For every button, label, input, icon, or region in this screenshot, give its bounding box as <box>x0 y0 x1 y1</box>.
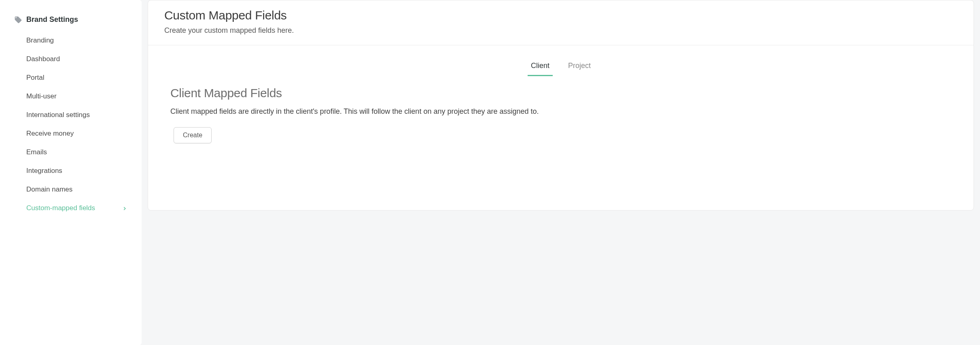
sidebar-item-portal[interactable]: Portal <box>0 68 142 87</box>
tab-client[interactable]: Client <box>528 62 553 76</box>
sidebar-item-label: Custom-mapped fields <box>26 204 95 212</box>
sidebar-item-multi-user[interactable]: Multi-user <box>0 87 142 106</box>
sidebar-item-custom-mapped-fields[interactable]: Custom-mapped fields <box>0 199 142 217</box>
tabs: Client Project <box>148 45 974 76</box>
page-title: Custom Mapped Fields <box>164 9 957 22</box>
section-client-mapped-fields: Client Mapped Fields Client mapped field… <box>148 76 974 153</box>
sidebar-item-label: Portal <box>26 74 44 82</box>
sidebar-item-label: Multi-user <box>26 92 57 100</box>
sidebar-item-branding[interactable]: Branding <box>0 31 142 50</box>
sidebar-item-label: International settings <box>26 111 90 119</box>
page-subtitle: Create your custom mapped fields here. <box>164 26 957 35</box>
sidebar-item-label: Integrations <box>26 167 62 175</box>
sidebar-item-domain-names[interactable]: Domain names <box>0 180 142 199</box>
section-description: Client mapped fields are directly in the… <box>170 107 951 116</box>
sidebar-item-integrations[interactable]: Integrations <box>0 162 142 180</box>
card-header: Custom Mapped Fields Create your custom … <box>148 0 974 45</box>
sidebar-item-label: Branding <box>26 36 54 45</box>
content-card: Custom Mapped Fields Create your custom … <box>148 0 974 211</box>
section-title: Client Mapped Fields <box>170 86 951 100</box>
sidebar-item-international-settings[interactable]: International settings <box>0 106 142 124</box>
tag-icon <box>14 16 22 24</box>
sidebar: Brand Settings Branding Dashboard Portal… <box>0 0 142 345</box>
main-content: Custom Mapped Fields Create your custom … <box>142 0 980 345</box>
create-button[interactable]: Create <box>174 127 212 143</box>
sidebar-item-receive-money[interactable]: Receive money <box>0 124 142 143</box>
sidebar-item-label: Receive money <box>26 130 74 138</box>
sidebar-item-label: Dashboard <box>26 55 60 63</box>
sidebar-header: Brand Settings <box>0 12 142 31</box>
sidebar-item-label: Domain names <box>26 185 72 194</box>
chevron-right-icon <box>122 205 127 211</box>
tab-project[interactable]: Project <box>565 62 594 76</box>
sidebar-item-dashboard[interactable]: Dashboard <box>0 50 142 68</box>
sidebar-item-emails[interactable]: Emails <box>0 143 142 162</box>
sidebar-header-title: Brand Settings <box>26 15 78 24</box>
sidebar-item-label: Emails <box>26 148 47 156</box>
